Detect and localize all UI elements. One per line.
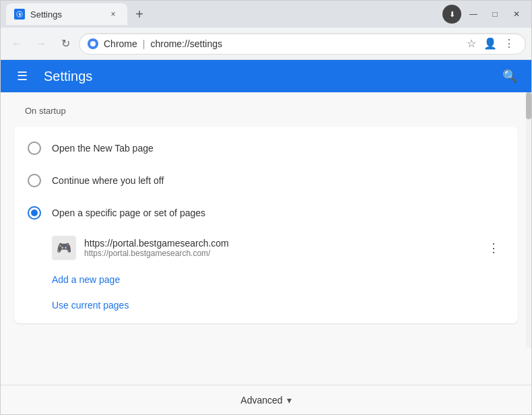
settings-scroll: On startup Open the New Tab page Continu… [1,92,531,348]
new-tab-button[interactable]: + [130,5,149,24]
tab-title: Settings [30,9,102,20]
site-name: Chrome [104,38,137,49]
favicon-dot [90,41,96,46]
option-new-tab-label: Open the New Tab page [52,143,154,154]
add-page-row: Add a new page [14,267,518,292]
page-menu-icon: ⋮ [488,241,500,255]
tab-favicon [14,9,25,20]
refresh-button[interactable]: ↻ [55,33,76,55]
minimize-button[interactable]: — [464,5,483,24]
page-entry: 🎮 https://portal.bestgamesearch.com http… [14,229,518,267]
site-favicon [88,38,98,49]
add-new-page-link[interactable]: Add a new page [52,274,120,285]
advanced-label[interactable]: Advanced [240,395,282,406]
profile-button[interactable]: 👤 [482,36,498,52]
profile-icon: 👤 [484,37,497,50]
radio-new-tab[interactable] [28,141,41,155]
search-icon: 🔍 [502,69,517,84]
option-new-tab[interactable]: Open the New Tab page [14,132,518,164]
download-button[interactable]: ⬇ [442,5,461,24]
browser-menu-button[interactable]: ⋮ [501,36,517,52]
sidebar-toggle-button[interactable]: ☰ [11,65,33,87]
browser-menu-icon: ⋮ [504,37,514,50]
address-actions: ☆ 👤 ⋮ [463,36,517,52]
settings-footer: Advanced ▾ [1,385,531,414]
radio-selected-dot [31,210,38,216]
navigation-bar: ← → ↻ Chrome | chrome://settings ☆ 👤 [1,28,531,60]
page-icon: 🎮 [52,236,76,260]
use-current-row: Use current pages [14,292,518,318]
forward-icon: → [36,38,46,50]
title-bar: Settings × + ⬇ — □ ✕ [1,1,531,28]
use-current-pages-link[interactable]: Use current pages [52,300,129,311]
page-name: https://portal.bestgamesearch.com [84,238,475,249]
page-url: https://portal.bestgamesearch.com/ [84,249,475,258]
content-inner: On startup Open the New Tab page Continu… [1,92,531,348]
option-continue-label: Continue where you left off [52,175,164,186]
hamburger-icon: ☰ [17,69,28,84]
radio-continue[interactable] [28,174,41,187]
settings-search-button[interactable]: 🔍 [499,65,521,87]
address-url: chrome://settings [150,38,222,49]
radio-specific[interactable] [28,206,41,220]
address-bar[interactable]: Chrome | chrome://settings ☆ 👤 ⋮ [79,33,526,55]
page-title: Settings [44,69,488,84]
advanced-arrow-icon: ▾ [287,395,292,406]
refresh-icon: ↻ [61,37,70,50]
active-tab[interactable]: Settings × [6,3,127,25]
close-button[interactable]: ✕ [507,5,526,24]
option-specific-label: Open a specific page or set of pages [52,208,205,218]
page-info: https://portal.bestgamesearch.com https:… [84,238,475,258]
option-continue[interactable]: Continue where you left off [14,164,518,197]
forward-button[interactable]: → [30,33,52,55]
section-header: On startup [14,106,531,116]
option-specific[interactable]: Open a specific page or set of pages [14,197,518,229]
bookmark-button[interactable]: ☆ [463,36,479,52]
tab-close-button[interactable]: × [107,8,119,20]
back-button[interactable]: ← [6,33,28,55]
settings-header: ☰ Settings 🔍 [1,60,531,92]
settings-content: PC On startup Open the New Tab page Co [1,92,531,385]
bookmark-icon: ☆ [467,37,476,50]
page-menu-button[interactable]: ⋮ [483,237,504,259]
window-controls: ⬇ — □ ✕ [440,5,526,24]
maximize-button[interactable]: □ [486,5,504,24]
gamepad-icon: 🎮 [57,241,71,255]
back-icon: ← [11,38,22,50]
address-separator: | [143,38,145,49]
startup-card: Open the New Tab page Continue where you… [14,127,518,323]
download-icon: ⬇ [449,10,455,19]
